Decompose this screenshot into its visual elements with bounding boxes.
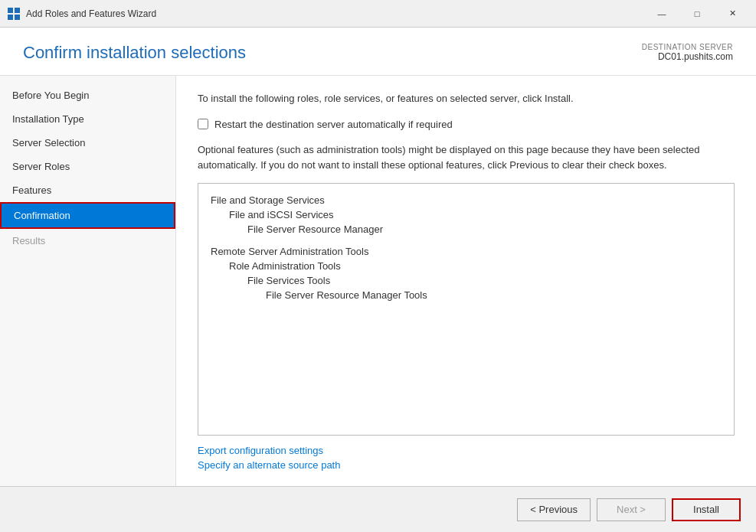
minimize-button[interactable]: — bbox=[644, 0, 679, 28]
svg-rect-2 bbox=[8, 15, 13, 20]
window-controls: — □ ✕ bbox=[644, 0, 750, 28]
feature-item: File and Storage Services bbox=[211, 193, 722, 207]
sidebar-item-before-you-begin[interactable]: Before You Begin bbox=[0, 83, 175, 107]
svg-rect-0 bbox=[8, 8, 13, 13]
server-name: DC01.pushits.com bbox=[642, 51, 733, 62]
app-icon bbox=[6, 6, 21, 21]
feature-item: File and iSCSI Services bbox=[229, 207, 722, 222]
main-window: Confirm installation selections DESTINAT… bbox=[0, 28, 756, 532]
feature-item: File Server Resource Manager Tools bbox=[266, 288, 722, 302]
main-panel: To install the following roles, role ser… bbox=[176, 76, 756, 486]
header: Confirm installation selections DESTINAT… bbox=[0, 28, 756, 76]
feature-item: Remote Server Administration Tools bbox=[211, 244, 722, 259]
maximize-button[interactable]: □ bbox=[679, 0, 715, 28]
sidebar-item-server-selection[interactable]: Server Selection bbox=[0, 131, 175, 155]
intro-text: To install the following roles, role ser… bbox=[198, 91, 735, 106]
feature-item: Role Administration Tools bbox=[229, 259, 722, 273]
sidebar-item-server-roles[interactable]: Server Roles bbox=[0, 155, 175, 178]
title-bar: Add Roles and Features Wizard — □ ✕ bbox=[0, 0, 756, 28]
restart-checkbox-row: Restart the destination server automatic… bbox=[198, 119, 735, 130]
feature-item: File Server Resource Manager bbox=[247, 222, 722, 237]
sidebar-item-installation-type[interactable]: Installation Type bbox=[0, 107, 175, 131]
optional-text: Optional features (such as administratio… bbox=[198, 142, 735, 175]
install-button[interactable]: Install bbox=[672, 498, 741, 521]
restart-label[interactable]: Restart the destination server automatic… bbox=[214, 119, 453, 130]
previous-button[interactable]: < Previous bbox=[517, 498, 591, 521]
next-button[interactable]: Next > bbox=[597, 498, 666, 521]
alternate-source-link[interactable]: Specify an alternate source path bbox=[198, 459, 735, 471]
feature-item: File Services Tools bbox=[247, 273, 722, 288]
content-area: Before You BeginInstallation TypeServer … bbox=[0, 76, 756, 486]
sidebar-item-results[interactable]: Results bbox=[0, 229, 175, 253]
restart-checkbox[interactable] bbox=[198, 119, 208, 129]
close-button[interactable]: ✕ bbox=[715, 0, 750, 28]
export-config-link[interactable]: Export configuration settings bbox=[198, 445, 735, 456]
features-box: File and Storage ServicesFile and iSCSI … bbox=[198, 183, 735, 436]
window-title: Add Roles and Features Wizard bbox=[26, 8, 644, 19]
page-title: Confirm installation selections bbox=[23, 43, 246, 63]
sidebar-item-features[interactable]: Features bbox=[0, 178, 175, 202]
sidebar: Before You BeginInstallation TypeServer … bbox=[0, 76, 176, 486]
svg-rect-3 bbox=[15, 15, 20, 20]
links-section: Export configuration settings Specify an… bbox=[198, 445, 735, 471]
footer: < Previous Next > Install bbox=[0, 486, 756, 532]
destination-server-info: DESTINATION SERVER DC01.pushits.com bbox=[642, 43, 733, 62]
svg-rect-1 bbox=[15, 8, 20, 13]
destination-label: DESTINATION SERVER bbox=[642, 43, 733, 51]
sidebar-item-confirmation[interactable]: Confirmation bbox=[0, 202, 175, 229]
